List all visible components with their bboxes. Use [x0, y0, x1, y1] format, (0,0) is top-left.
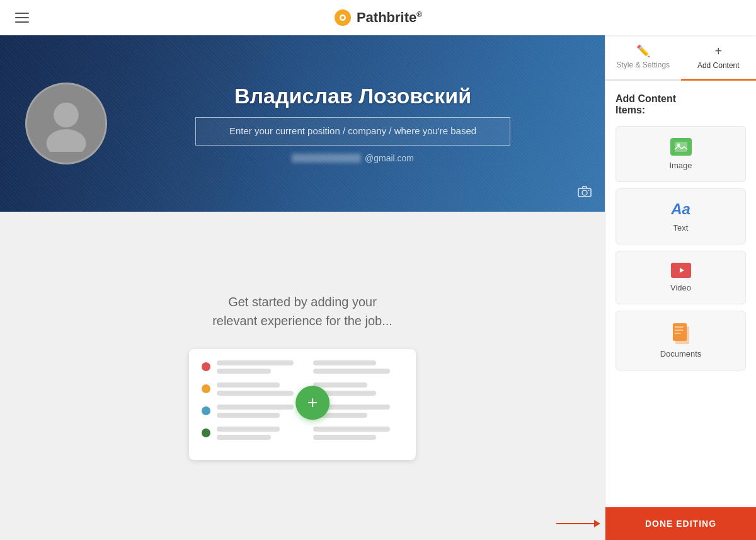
email-row: @gmail.com: [292, 153, 414, 163]
tab-add-content[interactable]: + Add Content: [681, 35, 757, 81]
tab-style-settings[interactable]: ✏️ Style & Settings: [605, 35, 681, 81]
placeholder-row-4: [202, 427, 403, 440]
sidebar-tabs: ✏️ Style & Settings + Add Content: [605, 35, 756, 81]
video-icon: [671, 263, 691, 278]
doc-svg-icon: [672, 323, 690, 344]
done-editing-area: DONE EDITING: [605, 507, 756, 540]
video-label: Video: [670, 283, 691, 292]
content-item-image[interactable]: Image: [616, 126, 746, 182]
line: [313, 369, 390, 374]
add-content-title: Add ContentItems:: [616, 93, 746, 116]
placeholder-lines-3: [217, 405, 307, 418]
svg-rect-16: [675, 326, 689, 344]
image-label: Image: [669, 161, 692, 170]
svg-point-2: [341, 16, 344, 20]
svg-rect-8: [675, 142, 687, 152]
placeholder-lines-4: [217, 427, 307, 440]
line: [217, 382, 280, 388]
dot-red: [202, 362, 210, 371]
placeholder-lines-2: [217, 382, 307, 396]
hamburger-menu[interactable]: [15, 13, 29, 23]
logo-text: Pathbrite®: [357, 9, 422, 26]
svg-point-4: [47, 129, 86, 152]
pencil-icon: ✏️: [636, 44, 650, 58]
email-suffix: @gmail.com: [365, 153, 414, 163]
plus-icon: +: [714, 44, 722, 59]
placeholder-card: +: [189, 349, 416, 460]
logo: Pathbrite®: [334, 9, 422, 26]
line: [217, 413, 280, 418]
dot-blue: [202, 406, 210, 415]
placeholder-row-1: [202, 360, 403, 374]
documents-label: Documents: [660, 349, 702, 359]
tab-style-label: Style & Settings: [616, 60, 670, 69]
line: [313, 427, 390, 432]
right-sidebar: ✏️ Style & Settings + Add Content Add Co…: [605, 35, 756, 540]
line: [217, 369, 271, 374]
documents-icon: [672, 323, 690, 344]
content-item-text[interactable]: Aa Text: [616, 188, 746, 244]
content-area: Владислав Лозовский Enter your current p…: [0, 35, 605, 540]
line: [217, 427, 280, 432]
line: [217, 391, 294, 396]
top-nav: Pathbrite®: [0, 0, 756, 35]
profile-banner: Владислав Лозовский Enter your current p…: [0, 35, 605, 212]
placeholder-lines-1: [217, 360, 307, 374]
text-label: Text: [673, 223, 689, 233]
image-svg-icon: [674, 141, 688, 152]
done-editing-button[interactable]: DONE EDITING: [605, 507, 756, 540]
sidebar-content: Add ContentItems: Image: [605, 81, 756, 507]
avatar: [25, 83, 107, 164]
placeholder-lines-4b: [313, 427, 403, 440]
content-item-documents[interactable]: Documents: [616, 311, 746, 371]
get-started-text: Get started by adding yourrelevant exper…: [212, 292, 392, 330]
image-icon: [670, 138, 692, 156]
done-editing-arrow: [556, 520, 605, 527]
email-blur: [292, 154, 361, 163]
svg-point-3: [54, 103, 79, 128]
content-body: Get started by adding yourrelevant exper…: [0, 212, 605, 540]
line: [313, 382, 367, 388]
add-content-circle-button[interactable]: +: [295, 386, 329, 420]
text-icon: Aa: [671, 200, 690, 218]
content-item-video[interactable]: Video: [616, 251, 746, 304]
banner-info: Владислав Лозовский Enter your current p…: [126, 84, 580, 163]
line: [217, 435, 271, 440]
placeholder-lines-1b: [313, 360, 403, 374]
line: [217, 360, 294, 365]
dot-orange: [202, 384, 210, 393]
video-svg-icon: [674, 265, 688, 275]
avatar-silhouette: [38, 95, 94, 152]
main-layout: Владислав Лозовский Enter your current p…: [0, 35, 756, 540]
line: [217, 405, 294, 410]
tab-add-label: Add Content: [697, 61, 740, 70]
dot-green: [202, 428, 210, 437]
line: [313, 435, 376, 440]
logo-icon: [334, 9, 352, 26]
profile-name: Владислав Лозовский: [234, 84, 471, 108]
position-input[interactable]: Enter your current position / company / …: [195, 117, 510, 146]
line: [313, 360, 376, 365]
